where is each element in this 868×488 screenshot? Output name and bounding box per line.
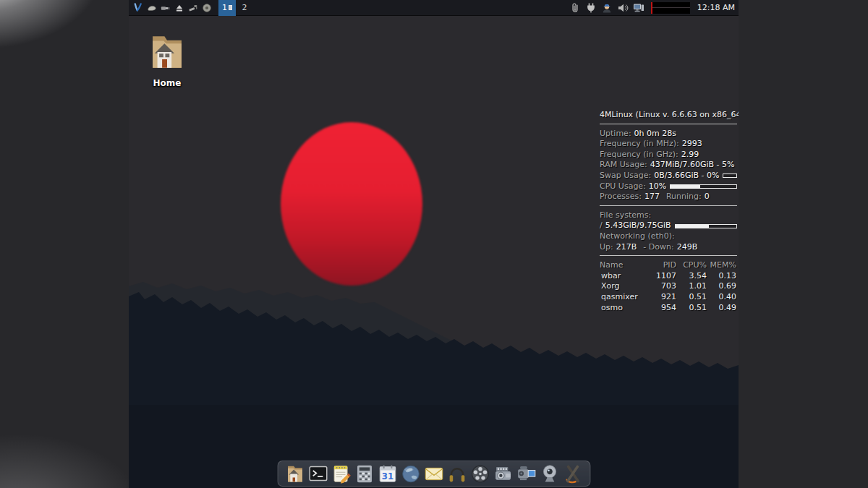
process-row-cpu: 3.54	[676, 271, 707, 282]
airbrush-icon[interactable]	[187, 2, 198, 13]
dock-media-player[interactable]	[493, 463, 514, 484]
dock-audio-player[interactable]	[446, 463, 467, 484]
cpu-history-graph[interactable]	[651, 2, 690, 14]
process-row-name: Xorg	[600, 281, 646, 292]
conky-separator	[600, 255, 737, 256]
mouse-icon[interactable]	[146, 2, 157, 13]
network-traffic: Up: 217B - Down: 249B	[600, 242, 737, 253]
process-header-cpu: CPU%	[676, 260, 707, 271]
volume-icon[interactable]	[617, 1, 629, 14]
camcorder-icon	[516, 463, 537, 484]
system-tray: 12:18 AM	[569, 1, 736, 14]
dock-video-player[interactable]	[469, 463, 490, 484]
dock-file-manager[interactable]	[284, 463, 305, 484]
conky-separator	[600, 205, 737, 206]
workspace-2[interactable]: 2	[236, 0, 253, 16]
process-row-pid: 1107	[646, 271, 676, 282]
user-icon[interactable]	[601, 1, 613, 14]
workspace-pager: 1 2	[218, 0, 253, 16]
application-dock: 31	[277, 461, 590, 487]
paperclip-icon[interactable]	[569, 1, 582, 14]
desktop-area: 1 2 12:18 AM	[129, 0, 739, 488]
process-row-name: wbar	[600, 271, 646, 282]
stat-frequency-ghz: Frequency (in GHz): 2.99	[600, 150, 737, 160]
dock-webcam-viewer[interactable]	[539, 463, 560, 484]
film-reel-icon	[469, 463, 490, 484]
terminal-icon	[307, 463, 328, 484]
process-row-cpu: 0.51	[676, 303, 707, 314]
process-header-mem: MEM%	[707, 260, 736, 271]
x-logo-icon	[562, 463, 583, 484]
dock-calculator[interactable]	[354, 463, 375, 484]
top-panel: 1 2 12:18 AM	[129, 0, 739, 16]
cpu-usage-bar	[670, 184, 737, 189]
workspace-1-label: 1	[222, 3, 227, 12]
globe-icon	[400, 463, 421, 484]
webcam-icon	[539, 463, 560, 484]
svg-text:31: 31	[381, 471, 393, 481]
stat-frequency-mhz: Frequency (in MHz): 2993	[600, 139, 737, 150]
dock-terminal[interactable]	[307, 463, 328, 484]
dock-text-editor[interactable]	[331, 463, 352, 484]
workspace-1[interactable]: 1	[218, 0, 236, 16]
dock-email[interactable]	[423, 463, 444, 484]
process-row-mem: 0.40	[707, 292, 736, 303]
process-row-pid: 703	[646, 281, 676, 292]
network-header: Networking (eth0):	[600, 231, 737, 242]
home-folder-icon	[284, 463, 305, 484]
gong-icon[interactable]	[201, 2, 212, 13]
dock-calendar[interactable]: 31	[377, 463, 398, 484]
stat-uptime: Uptime: 0h 0m 28s	[600, 129, 737, 140]
desktop-icon-home-label: Home	[139, 78, 195, 88]
conky-system-monitor: 4MLinux (Linux v. 6.6.63 on x86_64) Upti…	[600, 110, 737, 313]
stat-processes: Processes: 177 Running: 0	[600, 192, 737, 202]
conky-title: 4MLinux (Linux v. 6.6.63 on x86_64)	[600, 110, 737, 121]
stat-swap-usage: Swap Usage: 0B/3.66GiB - 0%	[600, 171, 737, 181]
dock-video-recorder[interactable]	[516, 463, 537, 484]
swap-usage-bar	[723, 174, 737, 178]
process-table: Name PID CPU% MEM% wbar 1107 3.54 0.13 X…	[600, 260, 737, 313]
workspace-2-label: 2	[242, 3, 247, 12]
calculator-icon	[354, 463, 375, 484]
filesystem-usage-bar	[675, 224, 737, 228]
desktop-icon-home[interactable]: Home	[139, 30, 195, 88]
calendar-icon: 31	[377, 463, 398, 484]
notepad-icon	[331, 463, 352, 484]
stat-ram-usage: RAM Usage: 437MiB/7.60GiB - 5%	[600, 160, 737, 171]
display-icon[interactable]	[633, 1, 645, 14]
4mlinux-logo-icon[interactable]	[132, 2, 143, 13]
dock-web-browser[interactable]	[400, 463, 421, 484]
conky-separator	[600, 124, 737, 124]
process-row-cpu: 0.51	[676, 292, 707, 303]
process-row-mem: 0.49	[707, 303, 736, 314]
process-row-mem: 0.13	[707, 271, 736, 282]
process-header-name: Name	[600, 260, 646, 271]
usb-icon[interactable]	[160, 2, 171, 13]
projector-icon	[493, 463, 514, 484]
power-plug-icon[interactable]	[585, 1, 597, 14]
home-folder-icon	[146, 30, 188, 74]
envelope-icon	[423, 463, 444, 484]
process-row-pid: 954	[646, 303, 676, 314]
workspace-window-indicator	[229, 5, 232, 10]
filesystem-usage: / 5.43GiB/9.75GiB	[600, 221, 737, 231]
process-row-mem: 0.69	[707, 281, 736, 292]
process-row-pid: 921	[646, 292, 676, 303]
stat-cpu-usage: CPU Usage: 10%	[600, 181, 737, 192]
headphones-icon	[446, 463, 467, 484]
process-row-name: osmo	[600, 303, 646, 314]
process-header-pid: PID	[646, 260, 676, 271]
filesystem-header: File systems:	[600, 210, 737, 221]
process-row-cpu: 1.01	[676, 281, 707, 292]
panel-clock: 12:18 AM	[697, 3, 735, 12]
process-row-name: qasmixer	[600, 292, 646, 303]
dock-x-session[interactable]	[562, 463, 583, 484]
eject-icon[interactable]	[174, 2, 184, 13]
